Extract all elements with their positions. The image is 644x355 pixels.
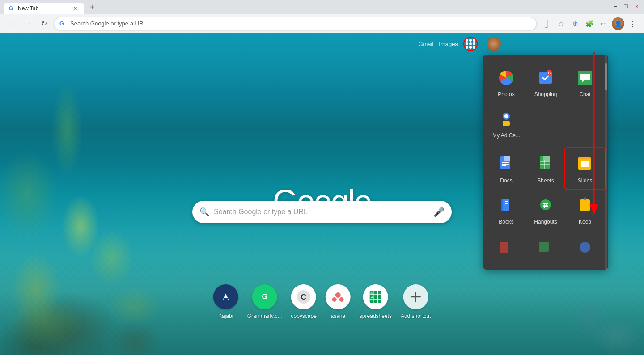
- hangouts-label: Hangouts: [534, 219, 557, 225]
- svg-rect-32: [502, 162, 509, 163]
- books-label: Books: [499, 219, 513, 225]
- svg-point-49: [545, 204, 547, 206]
- avatar-image: 👤: [612, 17, 624, 30]
- refresh-button[interactable]: ↻: [38, 17, 50, 30]
- shortcut-spreadsheets[interactable]: spreadsheets: [360, 284, 392, 319]
- scrollbar-thumb[interactable]: [605, 63, 607, 90]
- app-item-slides[interactable]: Slides: [565, 148, 605, 189]
- docs-icon: [496, 153, 517, 175]
- app-item-more3[interactable]: [565, 230, 605, 262]
- google-favicon: G: [59, 20, 67, 27]
- app-item-docs[interactable]: Docs: [487, 148, 526, 189]
- photos-label: Photos: [498, 91, 514, 97]
- menu-button[interactable]: ⋮: [626, 17, 639, 30]
- address-bar[interactable]: G Search Google or type a URL: [54, 17, 537, 30]
- add-shortcut-icon: [403, 284, 428, 309]
- myadcenter-label: My Ad Ce...: [492, 132, 520, 139]
- grid-icon: [466, 39, 475, 49]
- svg-point-10: [332, 297, 337, 302]
- svg-point-11: [339, 297, 344, 302]
- chat-label: Chat: [579, 91, 590, 97]
- minimize-button[interactable]: −: [611, 1, 619, 12]
- address-text: Search Google or type a URL: [70, 20, 531, 27]
- apps-panel: Photos G Shopping: [483, 55, 608, 270]
- app-item-keep[interactable]: Keep: [565, 189, 605, 230]
- copyscape-label: copyscape: [291, 313, 316, 319]
- app-item-more2[interactable]: [526, 230, 565, 262]
- svg-text:C: C: [301, 293, 306, 301]
- svg-rect-29: [503, 121, 510, 126]
- docs-label: Docs: [500, 178, 512, 184]
- chat-icon: [574, 67, 596, 89]
- svg-point-28: [504, 114, 508, 118]
- tab-close-button[interactable]: ✕: [72, 5, 79, 12]
- grammarly-label: Grammarly.c...: [247, 313, 282, 319]
- copyscape-icon: C: [291, 284, 316, 309]
- svg-point-56: [580, 242, 590, 253]
- search-icon: 🔍: [199, 207, 209, 217]
- puzzle-button[interactable]: 🧩: [583, 17, 596, 30]
- app-item-sheets[interactable]: Sheets: [526, 148, 565, 189]
- title-bar: G New Tab ✕ + − □ ×: [0, 0, 644, 14]
- add-shortcut-label: Add shortcut: [401, 313, 431, 319]
- app-item-chat[interactable]: Chat: [565, 62, 605, 103]
- bookmark-button[interactable]: ☆: [555, 17, 567, 30]
- keep-label: Keep: [579, 219, 591, 225]
- svg-rect-45: [505, 201, 508, 202]
- svg-rect-54: [500, 242, 508, 253]
- app-item-more1[interactable]: [487, 230, 526, 262]
- myadcenter-icon: [496, 108, 517, 130]
- scrollbar-track: [605, 55, 607, 270]
- microphone-icon[interactable]: 🎤: [433, 207, 445, 217]
- app-item-hangouts[interactable]: Hangouts: [526, 189, 565, 230]
- photos-icon: [496, 67, 517, 89]
- shopping-icon: G: [535, 67, 556, 89]
- grammarly-icon: G: [252, 284, 277, 309]
- header-profile-avatar[interactable]: [487, 37, 501, 51]
- svg-point-53: [584, 197, 586, 200]
- app-item-books[interactable]: Books: [487, 189, 526, 230]
- shortcut-add[interactable]: Add shortcut: [401, 284, 431, 319]
- svg-point-9: [335, 292, 341, 298]
- svg-text:G: G: [262, 293, 267, 300]
- search-bar[interactable]: 🔍 Search Google or type a URL 🎤: [192, 201, 452, 223]
- cast-button[interactable]: ▭: [597, 17, 610, 30]
- images-link[interactable]: Images: [439, 41, 458, 47]
- apps-grid-button[interactable]: [463, 37, 478, 51]
- app-item-photos[interactable]: Photos: [487, 62, 526, 103]
- tab-title: New Tab: [18, 5, 38, 12]
- app-item-myadcenter[interactable]: My Ad Ce...: [487, 103, 526, 144]
- address-bar-row: ← → ↻ G Search Google or type a URL ⎦ ☆ …: [0, 14, 644, 33]
- tab-bar: G New Tab ✕ +: [4, 0, 98, 14]
- shortcut-asana[interactable]: asana: [326, 284, 351, 319]
- svg-rect-17: [371, 292, 373, 294]
- slides-icon: [574, 153, 596, 175]
- svg-rect-34: [502, 165, 506, 166]
- tab-favicon: G: [9, 5, 15, 12]
- shortcut-grammarly[interactable]: G Grammarly.c...: [247, 284, 282, 319]
- forward-button[interactable]: →: [21, 17, 34, 30]
- search-container: 🔍 Search Google or type a URL 🎤: [192, 201, 452, 223]
- close-button[interactable]: ×: [633, 1, 640, 12]
- kajabi-label: Kajabi: [218, 313, 233, 319]
- panel-scrollbar[interactable]: [605, 55, 607, 270]
- window-controls: − □ ×: [611, 1, 640, 13]
- shortcut-kajabi[interactable]: Kajabi: [213, 284, 238, 319]
- extension-icon[interactable]: ⊕: [569, 17, 581, 30]
- new-tab-button[interactable]: +: [86, 1, 98, 13]
- shortcut-copyscape[interactable]: C copyscape: [291, 284, 316, 319]
- sheets-icon: [535, 153, 556, 175]
- svg-rect-4: [224, 298, 228, 300]
- gmail-link[interactable]: Gmail: [418, 41, 433, 47]
- coral-bottom-right: [510, 266, 644, 355]
- asana-label: asana: [331, 313, 346, 319]
- search-input[interactable]: Search Google or type a URL: [214, 208, 429, 216]
- toolbar-actions: ⎦ ☆ ⊕ 🧩 ▭ 👤 ⋮: [540, 17, 639, 30]
- maximize-button[interactable]: □: [622, 1, 629, 12]
- back-button[interactable]: ←: [5, 17, 18, 30]
- app-item-shopping[interactable]: G Shopping: [526, 62, 565, 103]
- hangouts-icon: [535, 194, 556, 216]
- active-tab[interactable]: G New Tab ✕: [4, 3, 84, 14]
- share-button[interactable]: ⎦: [540, 17, 553, 30]
- profile-avatar[interactable]: 👤: [612, 17, 624, 30]
